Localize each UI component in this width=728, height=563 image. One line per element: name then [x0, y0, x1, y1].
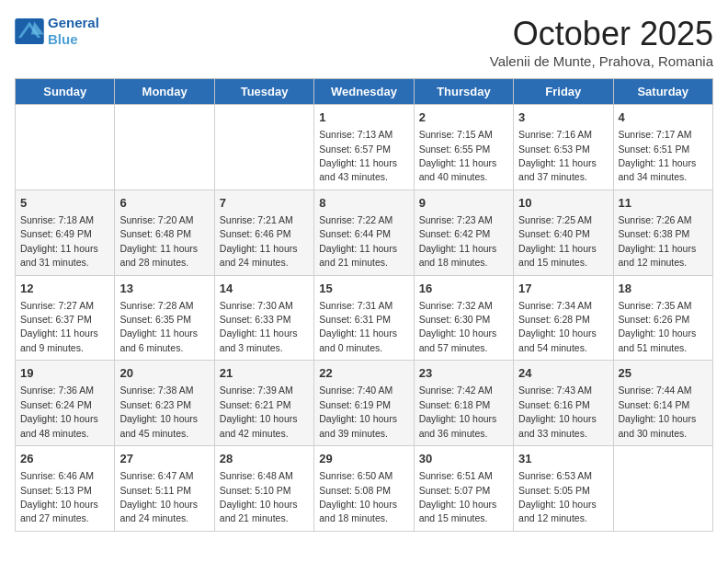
calendar-cell: 10Sunrise: 7:25 AM Sunset: 6:40 PM Dayli… [514, 190, 613, 275]
calendar-week-2: 5Sunrise: 7:18 AM Sunset: 6:49 PM Daylig… [16, 190, 713, 275]
day-number: 14 [220, 281, 309, 297]
day-info: Sunrise: 7:43 AM Sunset: 6:16 PM Dayligh… [518, 385, 597, 438]
calendar-cell: 12Sunrise: 7:27 AM Sunset: 6:37 PM Dayli… [16, 275, 115, 361]
day-info: Sunrise: 7:31 AM Sunset: 6:31 PM Dayligh… [319, 300, 397, 353]
day-number: 4 [619, 109, 708, 126]
day-info: Sunrise: 7:27 AM Sunset: 6:37 PM Dayligh… [20, 300, 98, 353]
day-number: 12 [20, 281, 109, 297]
day-info: Sunrise: 7:40 AM Sunset: 6:19 PM Dayligh… [319, 385, 397, 438]
calendar-cell: 13Sunrise: 7:28 AM Sunset: 6:35 PM Dayli… [115, 275, 214, 361]
day-info: Sunrise: 6:47 AM Sunset: 5:11 PM Dayligh… [119, 470, 198, 523]
day-number: 2 [419, 109, 508, 126]
day-number: 30 [419, 451, 508, 467]
calendar-cell: 25Sunrise: 7:44 AM Sunset: 6:14 PM Dayli… [613, 361, 712, 446]
calendar-cell: 23Sunrise: 7:42 AM Sunset: 6:18 PM Dayli… [414, 361, 513, 446]
day-number: 8 [319, 195, 408, 212]
day-number: 29 [319, 451, 408, 467]
weekday-header-saturday: Saturday [613, 79, 712, 105]
calendar-cell: 4Sunrise: 7:17 AM Sunset: 6:51 PM Daylig… [613, 105, 712, 190]
month-title: October 2025 [490, 15, 713, 53]
day-info: Sunrise: 6:48 AM Sunset: 5:10 PM Dayligh… [220, 470, 298, 523]
calendar-cell: 28Sunrise: 6:48 AM Sunset: 5:10 PM Dayli… [214, 446, 313, 532]
day-info: Sunrise: 7:36 AM Sunset: 6:24 PM Dayligh… [20, 385, 98, 438]
day-info: Sunrise: 7:35 AM Sunset: 6:26 PM Dayligh… [619, 300, 697, 353]
day-number: 18 [619, 281, 708, 297]
day-info: Sunrise: 7:23 AM Sunset: 6:42 PM Dayligh… [419, 214, 497, 268]
calendar-week-4: 19Sunrise: 7:36 AM Sunset: 6:24 PM Dayli… [16, 361, 713, 446]
day-number: 11 [619, 195, 708, 212]
calendar-week-3: 12Sunrise: 7:27 AM Sunset: 6:37 PM Dayli… [16, 275, 713, 361]
day-info: Sunrise: 6:46 AM Sunset: 5:13 PM Dayligh… [20, 470, 98, 523]
day-info: Sunrise: 7:32 AM Sunset: 6:30 PM Dayligh… [419, 300, 497, 353]
day-info: Sunrise: 7:13 AM Sunset: 6:57 PM Dayligh… [319, 129, 397, 182]
calendar-cell: 21Sunrise: 7:39 AM Sunset: 6:21 PM Dayli… [214, 361, 313, 446]
calendar-cell: 3Sunrise: 7:16 AM Sunset: 6:53 PM Daylig… [514, 105, 613, 190]
calendar-cell [115, 105, 214, 190]
calendar-cell: 11Sunrise: 7:26 AM Sunset: 6:38 PM Dayli… [613, 190, 712, 275]
calendar-cell [214, 105, 313, 190]
calendar-cell: 19Sunrise: 7:36 AM Sunset: 6:24 PM Dayli… [16, 361, 115, 446]
day-number: 28 [220, 451, 309, 467]
weekday-header-row: SundayMondayTuesdayWednesdayThursdayFrid… [16, 79, 713, 105]
day-number: 5 [20, 195, 109, 212]
calendar-cell: 14Sunrise: 7:30 AM Sunset: 6:33 PM Dayli… [214, 275, 313, 361]
day-info: Sunrise: 7:16 AM Sunset: 6:53 PM Dayligh… [518, 129, 597, 182]
calendar-week-1: 1Sunrise: 7:13 AM Sunset: 6:57 PM Daylig… [16, 105, 713, 190]
day-number: 3 [518, 109, 608, 126]
day-info: Sunrise: 7:30 AM Sunset: 6:33 PM Dayligh… [220, 300, 298, 353]
calendar-cell: 17Sunrise: 7:34 AM Sunset: 6:28 PM Dayli… [514, 275, 613, 361]
calendar-cell: 9Sunrise: 7:23 AM Sunset: 6:42 PM Daylig… [414, 190, 513, 275]
day-number: 16 [419, 281, 508, 297]
weekday-header-monday: Monday [115, 79, 214, 105]
weekday-header-thursday: Thursday [414, 79, 513, 105]
day-info: Sunrise: 7:18 AM Sunset: 6:49 PM Dayligh… [20, 214, 98, 268]
day-number: 9 [419, 195, 508, 212]
day-number: 20 [119, 365, 209, 382]
day-info: Sunrise: 6:51 AM Sunset: 5:07 PM Dayligh… [419, 470, 497, 523]
day-info: Sunrise: 7:39 AM Sunset: 6:21 PM Dayligh… [220, 385, 298, 438]
location-subtitle: Valenii de Munte, Prahova, Romania [490, 53, 713, 69]
day-number: 24 [518, 365, 608, 382]
logo-icon [15, 18, 44, 44]
day-number: 23 [419, 365, 508, 382]
calendar-cell: 22Sunrise: 7:40 AM Sunset: 6:19 PM Dayli… [314, 361, 414, 446]
page-header: General Blue October 2025 Valenii de Mun… [15, 15, 713, 69]
calendar-cell: 16Sunrise: 7:32 AM Sunset: 6:30 PM Dayli… [414, 275, 513, 361]
day-number: 25 [619, 365, 708, 382]
calendar-cell: 5Sunrise: 7:18 AM Sunset: 6:49 PM Daylig… [16, 190, 115, 275]
calendar-cell: 26Sunrise: 6:46 AM Sunset: 5:13 PM Dayli… [16, 446, 115, 532]
weekday-header-wednesday: Wednesday [314, 79, 414, 105]
day-info: Sunrise: 7:20 AM Sunset: 6:48 PM Dayligh… [119, 214, 198, 268]
calendar-cell: 20Sunrise: 7:38 AM Sunset: 6:23 PM Dayli… [115, 361, 214, 446]
logo: General Blue [15, 15, 99, 48]
day-number: 15 [319, 281, 408, 297]
weekday-header-sunday: Sunday [16, 79, 115, 105]
day-info: Sunrise: 7:25 AM Sunset: 6:40 PM Dayligh… [518, 214, 597, 268]
calendar-cell: 18Sunrise: 7:35 AM Sunset: 6:26 PM Dayli… [613, 275, 712, 361]
day-number: 19 [20, 365, 109, 382]
day-number: 22 [319, 365, 408, 382]
day-number: 6 [119, 195, 209, 212]
day-number: 7 [220, 195, 309, 212]
day-info: Sunrise: 7:17 AM Sunset: 6:51 PM Dayligh… [619, 129, 697, 182]
day-number: 17 [518, 281, 608, 297]
calendar-cell: 30Sunrise: 6:51 AM Sunset: 5:07 PM Dayli… [414, 446, 513, 532]
calendar-cell [16, 105, 115, 190]
day-number: 27 [119, 451, 209, 467]
day-info: Sunrise: 7:26 AM Sunset: 6:38 PM Dayligh… [619, 214, 697, 268]
calendar-cell: 24Sunrise: 7:43 AM Sunset: 6:16 PM Dayli… [514, 361, 613, 446]
calendar-cell: 7Sunrise: 7:21 AM Sunset: 6:46 PM Daylig… [214, 190, 313, 275]
calendar-cell [613, 446, 712, 532]
calendar-table: SundayMondayTuesdayWednesdayThursdayFrid… [15, 78, 713, 532]
day-number: 13 [119, 281, 209, 297]
calendar-cell: 15Sunrise: 7:31 AM Sunset: 6:31 PM Dayli… [314, 275, 414, 361]
day-info: Sunrise: 7:44 AM Sunset: 6:14 PM Dayligh… [619, 385, 697, 438]
calendar-cell: 1Sunrise: 7:13 AM Sunset: 6:57 PM Daylig… [314, 105, 414, 190]
calendar-cell: 8Sunrise: 7:22 AM Sunset: 6:44 PM Daylig… [314, 190, 414, 275]
day-info: Sunrise: 7:34 AM Sunset: 6:28 PM Dayligh… [518, 300, 597, 353]
title-block: October 2025 Valenii de Munte, Prahova, … [490, 15, 713, 69]
day-number: 21 [220, 365, 309, 382]
day-info: Sunrise: 7:38 AM Sunset: 6:23 PM Dayligh… [119, 385, 198, 438]
day-number: 31 [518, 451, 608, 467]
calendar-cell: 29Sunrise: 6:50 AM Sunset: 5:08 PM Dayli… [314, 446, 414, 532]
